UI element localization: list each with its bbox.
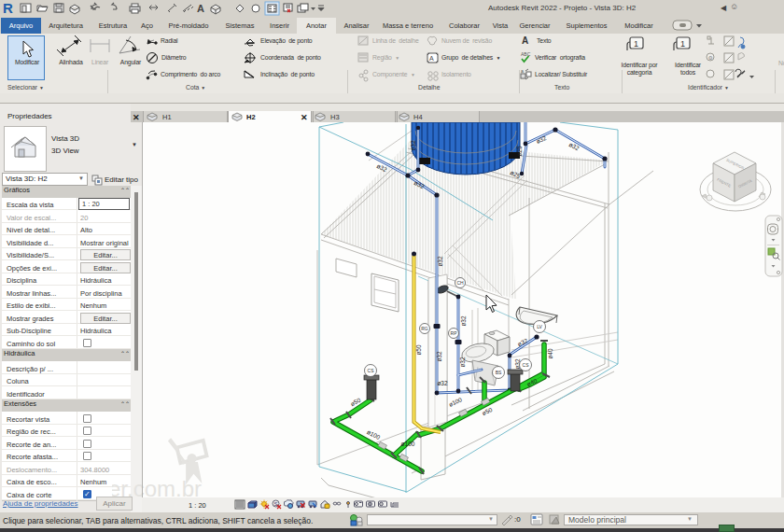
svg-text:ABC: ABC (521, 51, 531, 57)
svg-text:A: A (429, 55, 434, 62)
svg-text:A: A (522, 35, 528, 46)
svg-text:ø32: ø32 (436, 351, 442, 362)
svg-text:CS: CS (368, 368, 375, 373)
svg-text:✕: ✕ (133, 113, 140, 122)
svg-text:S: S (274, 501, 278, 507)
svg-text:ø32: ø32 (459, 357, 466, 368)
svg-text:ø32: ø32 (413, 179, 427, 190)
svg-text:ø25: ø25 (516, 146, 523, 157)
svg-text:ø32: ø32 (460, 315, 467, 327)
svg-text:1: 1 (680, 39, 685, 49)
svg-text:a: a (521, 68, 524, 74)
svg-text:ø40: ø40 (547, 348, 553, 359)
svg-text:ø100: ø100 (448, 396, 464, 408)
svg-text:RG: RG (421, 326, 428, 331)
svg-text:R: R (3, 0, 13, 16)
svg-text:⚙: ⚙ (708, 55, 713, 61)
svg-text:ø50: ø50 (415, 344, 422, 356)
svg-text:RP: RP (451, 330, 458, 336)
svg-text:1: 1 (634, 39, 638, 49)
svg-text:ø32: ø32 (437, 380, 448, 386)
svg-text:ø100: ø100 (401, 441, 415, 447)
svg-text:LV: LV (537, 324, 542, 329)
svg-text:ø32: ø32 (437, 256, 443, 267)
svg-text:ø32: ø32 (535, 134, 547, 145)
svg-text:ø32: ø32 (410, 140, 416, 151)
svg-text:BS: BS (496, 370, 502, 375)
svg-text:CS: CS (523, 362, 530, 368)
svg-text:CH: CH (456, 280, 464, 286)
svg-text:A: A (197, 3, 204, 14)
